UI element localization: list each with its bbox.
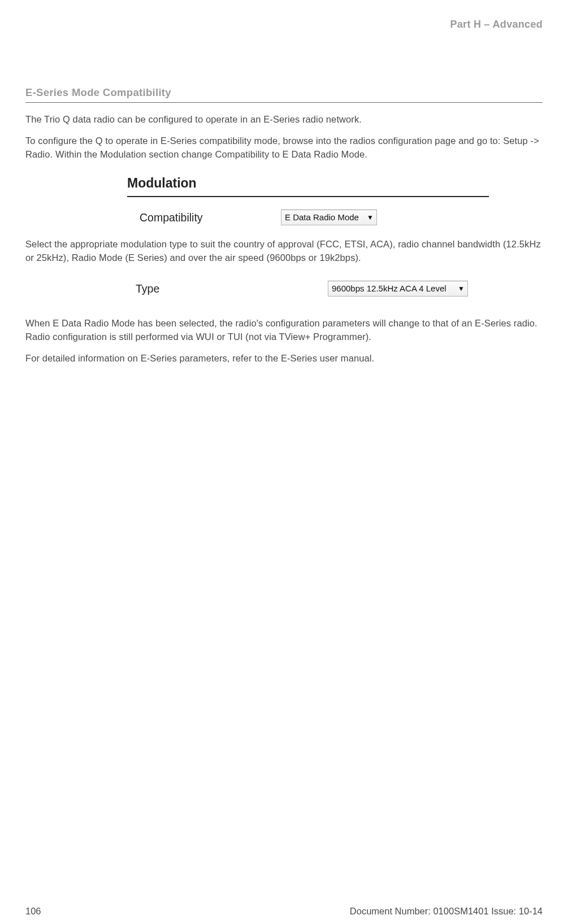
page-header-section: Part H – Advanced: [25, 17, 543, 32]
figure-group-title: Modulation: [127, 174, 489, 193]
figure-type: Type 9600bps 12.5kHz ACA 4 Level ▼: [136, 281, 520, 297]
body-paragraph: For detailed information on E-Series par…: [25, 352, 543, 365]
figure-divider: [127, 196, 489, 197]
body-paragraph: The Trio Q data radio can be configured …: [25, 113, 543, 127]
body-paragraph: To configure the Q to operate in E-Serie…: [25, 134, 543, 162]
compatibility-label: Compatibility: [140, 210, 281, 225]
chevron-down-icon: ▼: [458, 285, 465, 292]
body-paragraph: Select the appropriate modulation type t…: [25, 238, 543, 265]
compatibility-dropdown[interactable]: E Data Radio Mode ▼: [281, 210, 377, 225]
compatibility-dropdown-value: E Data Radio Mode: [285, 211, 359, 224]
page-number: 106: [25, 905, 41, 918]
section-title: E-Series Mode Compatibility: [25, 85, 543, 103]
type-dropdown-value: 9600bps 12.5kHz ACA 4 Level: [332, 282, 446, 295]
chevron-down-icon: ▼: [367, 214, 374, 221]
body-paragraph: When E Data Radio Mode has been selected…: [25, 317, 543, 344]
type-dropdown[interactable]: 9600bps 12.5kHz ACA 4 Level ▼: [328, 281, 468, 297]
document-info: Document Number: 0100SM1401 Issue: 10-14: [350, 905, 543, 918]
figure-modulation: Modulation Compatibility E Data Radio Mo…: [127, 174, 489, 226]
type-label: Type: [136, 281, 328, 297]
